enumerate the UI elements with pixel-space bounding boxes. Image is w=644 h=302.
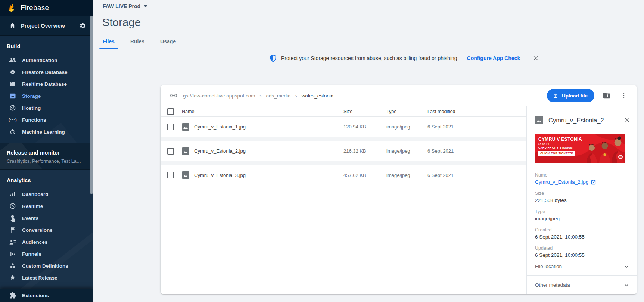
- chevron-down-icon: [623, 281, 630, 289]
- sidebar-item-funnels[interactable]: Funnels: [0, 248, 93, 260]
- sidebar-item-label: Conversions: [22, 227, 53, 233]
- project-settings-gear-icon[interactable]: [77, 20, 88, 31]
- row-checkbox[interactable]: [167, 148, 174, 155]
- project-selector[interactable]: FAW LIVE Prod: [103, 3, 147, 9]
- accordion-file-location[interactable]: File location: [527, 257, 637, 275]
- row-checkbox[interactable]: [167, 172, 174, 178]
- flag-icon: [9, 226, 16, 234]
- file-name: Cymru_v_Estonia_2.jpg: [194, 148, 246, 154]
- file-type: image/jpeg: [386, 172, 427, 178]
- upload-button-label: Upload file: [562, 93, 588, 99]
- file-modified: 6 Sept 2021: [427, 148, 526, 154]
- sidebar-item-storage[interactable]: Storage: [0, 90, 93, 102]
- sidebar-item-dashboard[interactable]: Dashboard: [0, 188, 93, 200]
- table-row[interactable]: Cymru_v_Estonia_1.jpg 120.94 KB image/jp…: [161, 117, 526, 137]
- sidebar-item-machine-learning[interactable]: Machine Learning: [0, 126, 93, 138]
- release-section-title: Release and monitor: [7, 150, 87, 156]
- sidebar-item-label: Functions: [22, 117, 46, 123]
- sidebar-item-extensions[interactable]: Extensions: [0, 289, 93, 302]
- tab-usage[interactable]: Usage: [157, 34, 179, 49]
- table-row[interactable]: Cymru_v_Estonia_3.jpg 457.62 KB image/jp…: [161, 165, 526, 185]
- sidebar-item-label: Audiences: [22, 239, 47, 245]
- sidebar-item-functions[interactable]: (···) Functions: [0, 114, 93, 126]
- sidebar-item-label: Funnels: [22, 251, 41, 257]
- sidebar-item-label: Realtime Database: [22, 81, 67, 87]
- kebab-menu-icon[interactable]: [619, 91, 629, 100]
- upload-icon: [553, 93, 559, 99]
- sidebar-scrollbar-thumb[interactable]: [90, 16, 93, 194]
- touch-icon: [9, 214, 16, 222]
- open-in-new-icon[interactable]: [591, 180, 596, 185]
- main-content: FAW LIVE Prod Storage Files Rules Usage …: [93, 0, 644, 302]
- file-type: image/jpeg: [386, 124, 427, 130]
- accordion-other-metadata[interactable]: Other metadata: [527, 275, 637, 294]
- breadcrumb-bucket[interactable]: gs://faw-comet-live.appspot.com: [183, 93, 255, 99]
- sidebar-item-custom-definitions[interactable]: Custom Definitions: [0, 260, 93, 272]
- configure-app-check-link[interactable]: Configure App Check: [467, 55, 520, 61]
- shapes-icon: [9, 262, 16, 270]
- preview-title: CYMRU V ESTONIA: [538, 136, 582, 142]
- file-modified: 6 Sept 2021: [427, 172, 526, 178]
- project-overview-label[interactable]: Project Overview: [21, 23, 67, 29]
- sidebar-item-conversions[interactable]: Conversions: [0, 224, 93, 236]
- tab-files[interactable]: Files: [99, 34, 118, 49]
- accordion-label: Other metadata: [535, 282, 623, 288]
- detail-close-icon[interactable]: [623, 116, 632, 125]
- select-all-checkbox[interactable]: [167, 108, 174, 115]
- file-preview-image[interactable]: CYMRU V ESTONIA 08.09.21 CARDIFF CITY ST…: [535, 134, 625, 163]
- upload-file-button[interactable]: Upload file: [547, 89, 594, 102]
- create-folder-icon[interactable]: [602, 91, 612, 100]
- sidebar-item-label: Storage: [22, 93, 41, 99]
- table-header-row: Name Size Type Last modified: [161, 106, 526, 117]
- file-modified: 6 Sept 2021: [427, 124, 526, 130]
- puzzle-icon: [9, 292, 16, 299]
- app-check-shield-icon: [269, 54, 277, 63]
- sidebar-item-label: Latest Release: [22, 275, 57, 281]
- file-name-cell: Cymru_v_Estonia_3.jpg: [182, 171, 343, 179]
- image-file-icon: [535, 116, 543, 124]
- browser-actions: Upload file: [547, 89, 629, 102]
- sidebar-item-authentication[interactable]: Authentication: [0, 54, 93, 66]
- column-header-modified: Last modified: [427, 109, 526, 114]
- row-divider: [161, 137, 526, 141]
- column-header-name: Name: [182, 109, 343, 114]
- sidebar-item-hosting[interactable]: Hosting: [0, 102, 93, 114]
- sidebar-item-firestore[interactable]: Firestore Database: [0, 66, 93, 78]
- field-type: Type image/jpeg: [535, 209, 630, 222]
- tab-bar-border: [93, 49, 644, 49]
- file-name-cell: Cymru_v_Estonia_2.jpg: [182, 147, 343, 155]
- firebase-brand: Firebase: [0, 0, 93, 16]
- sidebar-item-realtime-database[interactable]: Realtime Database: [0, 78, 93, 90]
- banner-close-icon[interactable]: [532, 54, 540, 62]
- project-overview-row[interactable]: Project Overview: [0, 16, 93, 36]
- release-and-monitor-section[interactable]: Release and monitor Crashlytics, Perform…: [0, 143, 93, 170]
- breadcrumb-current-folder: wales_estonia: [302, 93, 334, 99]
- preview-cta: CLICK FOR TICKETS!: [538, 151, 575, 156]
- tab-rules[interactable]: Rules: [127, 34, 148, 49]
- field-label: Name: [535, 172, 630, 178]
- file-size: 457.62 KB: [343, 172, 386, 178]
- sidebar-item-label: Hosting: [22, 105, 41, 111]
- image-file-icon: [182, 123, 189, 131]
- field-label: Size: [535, 190, 630, 196]
- sidebar-item-events[interactable]: Events: [0, 212, 93, 224]
- field-value: image/jpeg: [535, 215, 630, 222]
- hosting-icon: [9, 104, 16, 112]
- file-name-link[interactable]: Cymru_v_Estonia_2.jpg: [535, 179, 588, 186]
- sidebar-item-latest-release[interactable]: Latest Release: [0, 272, 93, 284]
- row-divider: [161, 161, 526, 165]
- audience-icon: [9, 238, 16, 246]
- sidebar-item-audiences[interactable]: Audiences: [0, 236, 93, 248]
- decorative-shape: [0, 143, 45, 170]
- app-check-banner: Protect your Storage resources from abus…: [269, 53, 540, 64]
- table-row[interactable]: Cymru_v_Estonia_2.jpg 216.32 KB image/jp…: [161, 141, 526, 161]
- row-checkbox[interactable]: [167, 124, 174, 130]
- file-detail-panel: Cymru_v_Estonia_2...: [526, 106, 637, 294]
- sidebar-item-label: Dashboard: [22, 192, 49, 197]
- field-size: Size 221,508 bytes: [535, 190, 630, 204]
- sidebar-item-label: Firestore Database: [22, 69, 68, 75]
- chevron-right-icon: ›: [295, 93, 297, 99]
- sidebar-item-realtime[interactable]: Realtime: [0, 200, 93, 212]
- preview-text-block: CYMRU V ESTONIA 08.09.21 CARDIFF CITY ST…: [538, 136, 585, 156]
- breadcrumb-folder[interactable]: ads_media: [266, 93, 291, 99]
